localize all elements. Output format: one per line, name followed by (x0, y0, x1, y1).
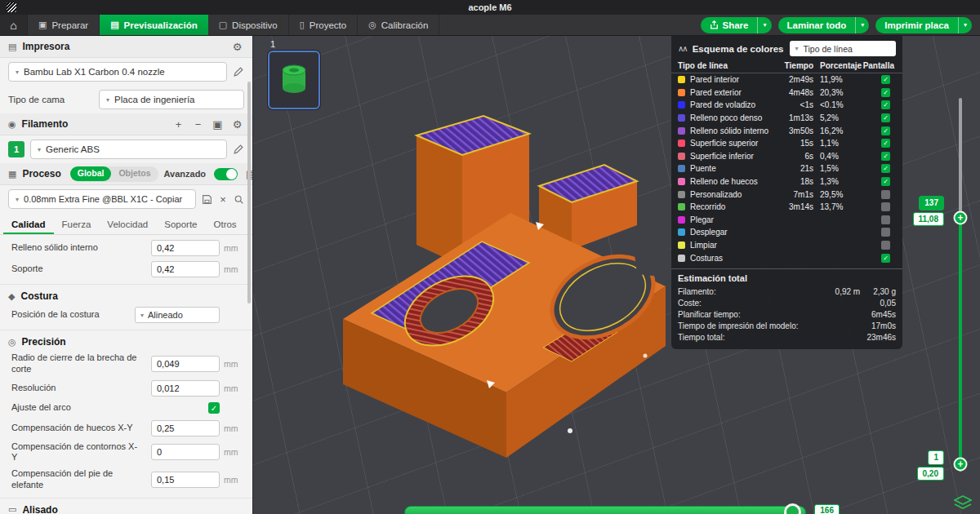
line-type-color-swatch (678, 114, 685, 122)
line-type-color-swatch (678, 76, 685, 83)
delete-preset-icon[interactable]: × (218, 193, 228, 206)
printer-select[interactable]: ▾ Bambu Lab X1 Carbon 0.4 nozzle (8, 62, 227, 82)
setting-input[interactable]: 0,42 (151, 240, 220, 256)
line-type-cell: Superficie superior (678, 139, 779, 148)
slice-all-button[interactable]: Laminar todo (778, 17, 856, 33)
visibility-checkbox[interactable]: ✓ (881, 177, 890, 186)
setting-select[interactable]: ▾Alineado (135, 307, 220, 323)
visibility-checkbox[interactable]: ✓ (881, 152, 890, 161)
chevron-down-icon: ▾ (964, 21, 967, 29)
line-type-cell: Relleno poco denso (678, 113, 779, 122)
setting-input[interactable]: 0,25 (151, 420, 220, 436)
slice-dropdown-button[interactable]: ▾ (855, 17, 869, 33)
flush-volumes-icon[interactable]: ▣ (211, 118, 225, 131)
line-type-cell: Pared de voladizo (678, 100, 779, 109)
setting-input[interactable]: 0 (151, 444, 220, 460)
setting-value: Alineado (148, 310, 183, 320)
share-button[interactable]: Share (701, 17, 758, 33)
setting-label: Relleno sólido interno (11, 242, 145, 254)
advanced-label: Avanzado (164, 169, 207, 179)
add-filament-icon[interactable]: + (172, 118, 185, 131)
bottom-layer-number: 1 (928, 450, 944, 465)
layers-stack-icon[interactable] (954, 495, 972, 512)
line-type-color-swatch (678, 191, 685, 198)
view-mode-select[interactable]: ▾ Tipo de línea (790, 41, 897, 56)
filament-settings-gear-icon[interactable]: ⚙ (230, 118, 244, 131)
process-tab-fuerza[interactable]: Fuerza (54, 215, 100, 234)
visibility-checkbox[interactable]: ✓ (881, 254, 890, 263)
setting-value: 0 (157, 447, 162, 457)
unit-label: mm (220, 383, 241, 393)
bed-type-label: Tipo de cama (8, 95, 65, 104)
remove-filament-icon[interactable]: − (191, 118, 205, 131)
bed-type-select[interactable]: ▾ Placa de ingeniería (99, 90, 244, 109)
legend-row: Recorrido3m14s13,7% (671, 201, 902, 214)
tab-label: Preparar (51, 20, 88, 30)
legend-row: Pared exterior4m48s20,3%✓ (671, 86, 902, 100)
print-dropdown-button[interactable]: ▾ (958, 17, 972, 33)
scrollbar-thumb[interactable] (247, 82, 251, 304)
visibility-checkbox[interactable] (881, 190, 890, 199)
advanced-toggle[interactable] (214, 168, 238, 180)
collapse-icon[interactable]: ∧∧ (678, 44, 687, 53)
preview-viewport[interactable]: 1 ∧∧ Esquema de colores ▾ Tipo de línea … (253, 36, 980, 514)
setting-row: Ajuste del arco✓ (0, 399, 252, 418)
plate-thumbnail-box[interactable] (268, 51, 320, 109)
line-type-label: Desplegar (690, 228, 728, 237)
line-type-percent: 13,7% (813, 202, 856, 211)
visibility-checkbox[interactable] (881, 241, 890, 250)
tab-dispositivo[interactable]: ▢Dispositivo (208, 15, 289, 35)
save-preset-icon[interactable] (202, 194, 212, 205)
visibility-checkbox[interactable]: ✓ (881, 126, 890, 135)
visibility-checkbox[interactable]: ✓ (881, 164, 890, 173)
visibility-checkbox[interactable] (881, 215, 890, 224)
scope-objects-button[interactable]: Objetos (111, 166, 158, 181)
tab-proyecto[interactable]: ▯Proyecto (289, 15, 358, 35)
tab-preparar[interactable]: ▣Preparar (28, 15, 100, 35)
nav-spacer (439, 15, 700, 35)
line-type-label: Relleno de huecos (690, 177, 758, 186)
search-icon[interactable] (234, 194, 244, 205)
process-tab-otros[interactable]: Otros (206, 215, 245, 234)
process-tab-calidad[interactable]: Calidad (3, 215, 54, 234)
process-tab-velocidad[interactable]: Velocidad (99, 215, 156, 234)
move-slider[interactable]: 166 (404, 506, 806, 514)
visibility-checkbox[interactable]: ✓ (881, 75, 890, 84)
layer-slider[interactable]: + + (959, 98, 962, 472)
setting-input[interactable]: 0,15 (151, 472, 220, 488)
setting-checkbox[interactable]: ✓ (208, 402, 220, 414)
estimation-value: 6m45s (871, 310, 896, 319)
printer-settings-gear-icon[interactable]: ⚙ (230, 41, 244, 53)
edit-printer-icon[interactable] (233, 66, 244, 78)
process-preset-select[interactable]: ▾ 0.08mm Extra Fine @BBL X1C - Copiar (8, 189, 196, 209)
plate-thumbnail[interactable]: 1 (268, 39, 328, 109)
visibility-checkbox[interactable]: ✓ (881, 113, 890, 122)
tab-previsualización[interactable]: ▤Previsualización (100, 15, 208, 35)
process-tab-soporte[interactable]: Soporte (156, 215, 205, 234)
filament-select[interactable]: ▾ Generic ABS (30, 140, 227, 159)
visibility-checkbox[interactable] (881, 202, 890, 211)
home-button[interactable]: ⌂ (0, 15, 28, 35)
visibility-checkbox[interactable]: ✓ (881, 88, 890, 97)
line-type-color-swatch (678, 101, 685, 109)
visibility-checkbox[interactable] (881, 228, 890, 237)
slice-all-label: Laminar todo (787, 20, 847, 30)
visibility-checkbox[interactable]: ✓ (881, 139, 890, 148)
layer-slider-bottom-handle[interactable]: + (954, 457, 968, 471)
move-slider-value: 166 (814, 504, 840, 514)
visibility-checkbox[interactable]: ✓ (881, 100, 890, 109)
line-type-cell: Desplegar (678, 228, 779, 237)
estimation-row: Tiempo total:23m46s (678, 332, 896, 343)
layer-slider-top-handle[interactable]: + (954, 210, 968, 224)
sidebar-scrollbar[interactable] (247, 39, 251, 511)
line-type-color-swatch (678, 216, 685, 224)
print-plate-button[interactable]: Imprimir placa (875, 17, 958, 33)
tab-calibración[interactable]: ◎Calibración (358, 15, 439, 35)
setting-input[interactable]: 0,42 (151, 261, 220, 277)
share-dropdown-button[interactable]: ▾ (757, 17, 771, 33)
scope-global-button[interactable]: Global (70, 166, 112, 181)
color-scheme-panel: ∧∧ Esquema de colores ▾ Tipo de línea Ti… (671, 36, 902, 349)
edit-filament-icon[interactable] (233, 144, 244, 155)
setting-input[interactable]: 0,012 (151, 380, 220, 397)
setting-input[interactable]: 0,049 (151, 356, 220, 372)
